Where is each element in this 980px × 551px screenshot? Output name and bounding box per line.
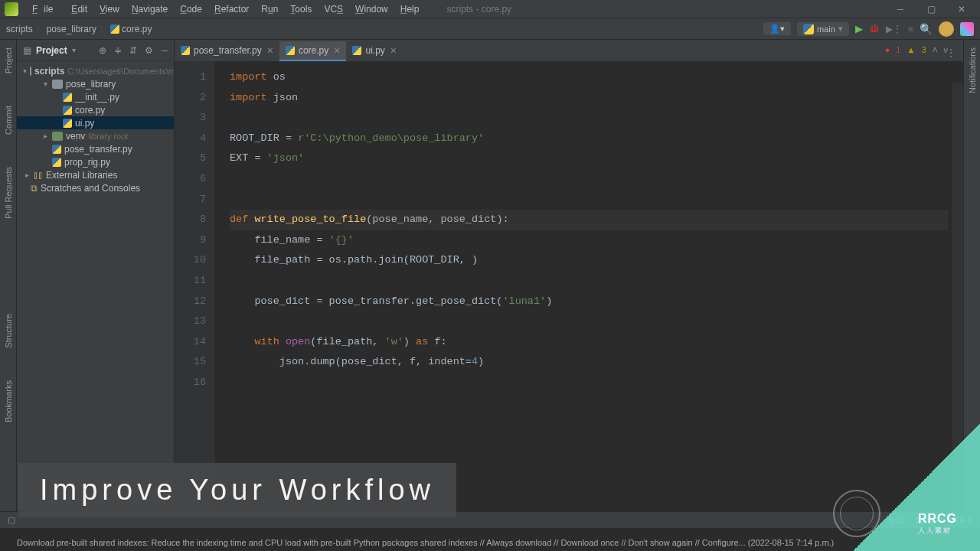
error-icon: ● — [885, 45, 890, 54]
run-more-button[interactable]: ▶⋮ — [886, 24, 902, 34]
nav-bar: scripts 〉 pose_library 〉 core.py 👤▾ main… — [0, 18, 980, 40]
stop-button[interactable]: ■ — [908, 24, 913, 34]
expand-all-icon[interactable]: ≑ — [114, 45, 122, 56]
tree-folder-pose-library[interactable]: ▾ pose_library — [17, 77, 174, 90]
menu-window[interactable]: Window — [349, 4, 394, 15]
menu-edit[interactable]: Edit — [65, 4, 93, 15]
menu-tools[interactable]: Tools — [284, 4, 318, 15]
warning-icon: ▲ — [906, 45, 915, 54]
user-avatar-icon[interactable] — [939, 21, 954, 37]
python-file-icon — [352, 46, 361, 55]
python-icon — [803, 24, 814, 34]
menu-run[interactable]: Run — [255, 4, 284, 15]
module-icon — [30, 67, 31, 76]
chevron-right-icon: ▸ — [23, 171, 31, 179]
chevron-right-icon: 〉 — [96, 24, 110, 34]
tab-core[interactable]: core.py× — [279, 41, 347, 61]
python-file-icon — [181, 46, 190, 55]
run-config-dropdown[interactable]: main▾ — [797, 22, 849, 36]
chevron-up-icon[interactable]: ʌ — [933, 44, 938, 54]
tree-file-pose-transfer[interactable]: pose_transfer.py — [17, 142, 174, 155]
project-tool-window: ▦ Project ▾ ⊕ ≑ ⇵ ⚙ ─ ▾ scripts C:\Users… — [17, 40, 175, 511]
run-button[interactable]: ▶ — [855, 23, 863, 34]
menu-help[interactable]: Help — [394, 4, 426, 15]
rail-notifications[interactable]: Notifications — [968, 43, 977, 98]
status-tip[interactable]: Download pre-built shared indexes: Reduc… — [17, 534, 834, 551]
app-logo-icon — [5, 2, 18, 16]
add-config-button[interactable]: 👤▾ — [763, 22, 791, 35]
inspection-widget[interactable]: ●1 ▲3 ʌ v — [885, 44, 948, 54]
project-tool-header: ▦ Project ▾ ⊕ ≑ ⇵ ⚙ ─ — [17, 40, 174, 61]
close-icon[interactable]: × — [332, 44, 340, 57]
tool-window-button[interactable]: ▢ — [8, 515, 15, 525]
menu-view[interactable]: View — [93, 4, 126, 15]
editor-gutter: 12345678910111213141516 — [175, 61, 214, 511]
tree-scratches[interactable]: ⧉ Scratches and Consoles — [17, 181, 174, 194]
menu-refactor[interactable]: Refactor — [208, 4, 255, 15]
window-minimize-button[interactable]: ─ — [887, 0, 914, 18]
rail-bookmarks[interactable]: Bookmarks — [4, 376, 13, 427]
python-file-icon — [63, 93, 72, 102]
breadcrumb-root[interactable]: scripts — [6, 24, 33, 34]
tree-file-core[interactable]: core.py — [17, 103, 174, 116]
tree-root[interactable]: ▾ scripts C:\Users\ageti\Documents\ma... — [17, 64, 174, 77]
menu-bar: File Edit View Navigate Code Refactor Ru… — [0, 0, 980, 18]
code-with-me-icon[interactable] — [960, 22, 974, 36]
rail-project[interactable]: Project — [4, 43, 13, 78]
left-tool-rail: Project Commit Pull Requests — [0, 40, 17, 511]
rail-structure[interactable]: Structure — [4, 309, 13, 353]
settings-icon[interactable]: ⚙ — [145, 45, 153, 56]
python-file-icon — [52, 145, 61, 154]
close-icon[interactable]: × — [389, 44, 397, 57]
chevron-down-icon: ▾ — [23, 67, 27, 75]
project-tool-title: Project — [36, 45, 67, 56]
window-title: scripts - core.py — [440, 4, 518, 15]
python-file-icon — [286, 46, 295, 55]
overlay-caption: Improve Your Workflow — [18, 463, 456, 517]
tree-external-libraries[interactable]: ▸ ⫿⫿ External Libraries — [17, 168, 174, 181]
corner-circle-icon — [833, 490, 880, 537]
left-rail-bottom: Structure Bookmarks — [0, 306, 17, 427]
menu-file[interactable]: File — [26, 4, 65, 15]
hide-tool-icon[interactable]: ─ — [161, 45, 168, 56]
python-file-icon — [52, 158, 61, 167]
corner-brand: RRCG 人人素材 — [918, 512, 957, 536]
debug-button[interactable]: 🐞 — [869, 24, 880, 34]
window-maximize-button[interactable]: ▢ — [917, 0, 945, 18]
python-file-icon — [63, 119, 72, 128]
breadcrumb-folder[interactable]: pose_library — [47, 24, 96, 34]
tree-file-ui[interactable]: ui.py — [17, 116, 174, 129]
chevron-down-icon: ▾ — [41, 80, 49, 88]
tree-file-init[interactable]: __init__.py — [17, 90, 174, 103]
python-file-icon — [110, 24, 119, 34]
tree-folder-venv[interactable]: ▸ venv library root — [17, 129, 174, 142]
menu-navigate[interactable]: Navigate — [126, 4, 174, 15]
tab-pose-transfer[interactable]: pose_transfer.py× — [175, 41, 279, 61]
tab-ui[interactable]: ui.py× — [346, 41, 403, 61]
menu-code[interactable]: Code — [174, 4, 208, 15]
rail-commit[interactable]: Commit — [4, 101, 13, 139]
collapse-all-icon[interactable]: ⇵ — [129, 45, 137, 56]
select-opened-file-icon[interactable]: ⊕ — [99, 45, 106, 56]
close-icon[interactable]: × — [266, 44, 273, 57]
menu-vcs[interactable]: VCS — [318, 4, 349, 15]
chevron-right-icon: ▸ — [41, 132, 49, 140]
python-file-icon — [63, 106, 72, 115]
rail-pull-requests[interactable]: Pull Requests — [4, 162, 13, 223]
tree-file-prop-rig[interactable]: prop_rig.py — [17, 155, 174, 168]
breadcrumb-file[interactable]: core.py — [122, 24, 152, 34]
editor-tabs: pose_transfer.py× core.py× ui.py× ⋮ — [175, 40, 963, 61]
chevron-down-icon[interactable]: v — [944, 45, 949, 54]
search-button[interactable]: 🔍 — [920, 23, 933, 35]
folder-library-icon — [52, 132, 63, 141]
chevron-right-icon: 〉 — [33, 24, 47, 34]
window-close-button[interactable]: ✕ — [948, 0, 975, 18]
folder-icon — [52, 80, 63, 89]
